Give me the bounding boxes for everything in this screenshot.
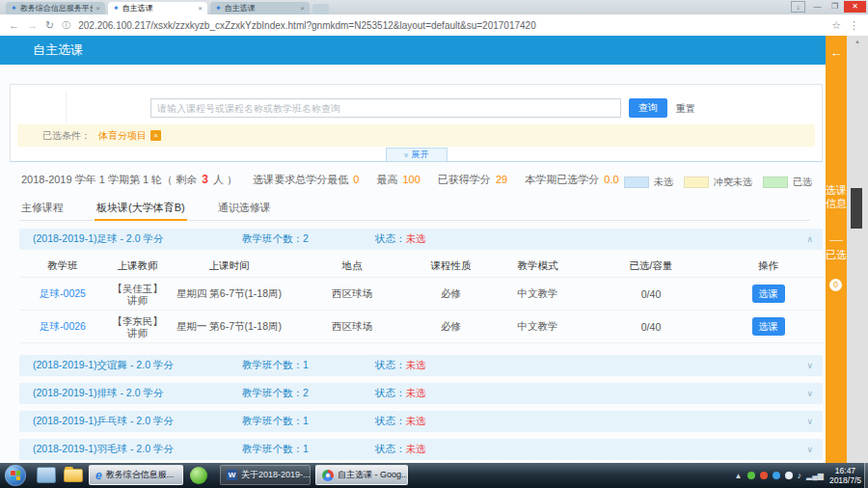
browser-tab-portal[interactable]: ✦ 教务综合信息服务平台 × [6, 2, 105, 14]
status-value: 未选 [406, 415, 426, 426]
scrollbar[interactable]: ▲ [847, 36, 868, 463]
minimize-button[interactable]: — [809, 1, 826, 13]
table-header-row: 教学班 上课教师 上课时间 地点 课程性质 教学模式 已选/容量 操作 [19, 256, 823, 278]
class-id-link[interactable]: 足球-0026 [19, 320, 106, 334]
refresh-icon[interactable]: ↻ [45, 19, 54, 32]
collapse-arrow-icon[interactable]: ← [826, 36, 847, 60]
chevron-down-icon[interactable]: ∨ [806, 445, 813, 454]
course-title: (2018-2019-1)乒乓球 - 2.0 学分 [33, 415, 221, 428]
chevron-down-icon[interactable]: ∨ [806, 417, 813, 426]
remaining-count: 3 [200, 173, 210, 186]
course-nature: 必修 [415, 287, 487, 301]
tab-close-icon[interactable]: × [300, 4, 305, 13]
bookmark-star-icon[interactable]: ☆ [831, 19, 841, 32]
course-title: (2018-2019-1)交谊舞 - 2.0 学分 [33, 359, 221, 372]
taskbar-task-chrome[interactable]: 自主选课 - Goog... [315, 465, 408, 485]
address-bar: ← → ↻ ⓘ 202.206.100.217/xsxk/zzxkyzb_cxZ… [0, 14, 868, 36]
select-course-button[interactable]: 选课 [752, 317, 785, 336]
tab-block-course-pe[interactable]: 板块课(大学体育B) [95, 197, 187, 221]
search-panel: 查询 重置 已选条件： 体育分项目 × ∨展开 [10, 84, 823, 162]
site-info-icon[interactable]: ⓘ [62, 19, 70, 32]
col-teacher: 上课教师 [106, 259, 169, 273]
status-label: 状态： [375, 443, 406, 454]
tab-close-icon[interactable]: × [198, 4, 203, 13]
legend-conflict-label: 冲突未选 [714, 176, 752, 189]
remaining-unit: 人 ） [213, 174, 237, 185]
selected-courses-label[interactable]: 已选 [826, 248, 847, 261]
expand-label: 展开 [412, 149, 429, 159]
show-desktop-button[interactable] [864, 463, 868, 488]
query-button[interactable]: 查询 [629, 98, 667, 118]
side-panel-title[interactable]: 选课信息 [826, 183, 847, 210]
scrollbar-thumb[interactable] [851, 188, 862, 229]
search-input[interactable] [150, 98, 621, 118]
course-section-football[interactable]: (2018-2019-1)足球 - 2.0 学分 教学班个数：2 状态：未选 ∧ [19, 229, 823, 250]
col-capacity: 已选/容量 [588, 259, 714, 273]
status-value: 未选 [406, 359, 426, 370]
scroll-up-icon[interactable]: ▲ [847, 36, 868, 44]
window-controls: ↓ — ❐ ✕ [791, 1, 866, 13]
tab-major-courses[interactable]: 主修课程 [19, 197, 66, 221]
chrome-icon [322, 470, 334, 481]
tab-general-elective[interactable]: 通识选修课 [216, 197, 273, 221]
select-course-button[interactable]: 选课 [752, 285, 785, 303]
class-id-link[interactable]: 足球-0025 [19, 287, 106, 301]
tray-expand-icon[interactable]: ▲ [735, 472, 743, 480]
taskbar-task-portal[interactable]: e 教务综合信息服... [89, 465, 183, 485]
course-section-volleyball[interactable]: (2018-2019-1)排球 - 2.0 学分 教学班个数：2 状态：未选 ∨ [19, 383, 823, 404]
tray-app-icon[interactable] [773, 472, 780, 479]
close-button[interactable]: ✕ [844, 1, 866, 13]
speaker-icon[interactable]: ♪ [798, 471, 802, 480]
browser-menu-icon[interactable]: ⋮ [849, 19, 859, 32]
reset-link[interactable]: 重置 [676, 102, 695, 116]
screen: ✦ 教务综合信息服务平台 × ✦ 自主选课 × ✦ 自主选课 × ↓ — ❐ ✕… [0, 0, 868, 488]
new-tab-button[interactable] [312, 4, 329, 14]
course-section-badminton[interactable]: (2018-2019-1)羽毛球 - 2.0 学分 教学班个数：1 状态：未选 … [19, 439, 823, 460]
browser-tab-zzxk-active[interactable]: ✦ 自主选课 × [108, 2, 207, 14]
term-season: 2018-2019 学年 1 学期第 1 轮（ 剩余 [21, 174, 197, 185]
folder-icon[interactable] [64, 469, 83, 482]
course-section-pingpong[interactable]: (2018-2019-1)乒乓球 - 2.0 学分 教学班个数：1 状态：未选 … [19, 411, 823, 432]
green-app-icon[interactable] [190, 467, 207, 484]
legend-unselected-label: 未选 [654, 176, 673, 189]
pinned-app-icon[interactable] [37, 467, 56, 483]
tray-app-icon[interactable] [785, 472, 793, 479]
taskbar-clock[interactable]: 16:47 2018/7/5 [829, 466, 861, 485]
divider [66, 91, 67, 123]
filter-tag: 体育分项目 [98, 129, 147, 143]
class-count-label: 教学班个数： [242, 443, 303, 454]
tab-close-icon[interactable]: × [95, 4, 100, 13]
forward-icon[interactable]: → [27, 19, 38, 31]
chevron-down-icon[interactable]: ∨ [806, 361, 813, 370]
maximize-button[interactable]: ❐ [827, 1, 843, 13]
class-count: 2 [303, 387, 309, 398]
status-value: 未选 [406, 232, 426, 244]
class-table: 教学班 上课教师 上课时间 地点 课程性质 教学模式 已选/容量 操作 足球-0… [19, 256, 823, 343]
download-icon[interactable]: ↓ [791, 1, 805, 13]
tray-app-icon[interactable] [760, 472, 768, 479]
course-title: (2018-2019-1)羽毛球 - 2.0 学分 [33, 443, 221, 456]
class-count: 1 [303, 359, 309, 370]
course-section-dance[interactable]: (2018-2019-1)交谊舞 - 2.0 学分 教学班个数：1 状态：未选 … [19, 355, 823, 376]
chevron-down-icon[interactable]: ∨ [806, 389, 813, 398]
back-icon[interactable]: ← [9, 19, 19, 31]
favicon-icon: ✦ [113, 4, 120, 13]
url-text[interactable]: 202.206.100.217/xsxk/zzxkyzb_cxZzxkYzbIn… [78, 20, 824, 31]
antivirus-icon[interactable] [747, 472, 755, 479]
start-button[interactable] [5, 465, 26, 486]
chevron-up-icon[interactable]: ∧ [806, 234, 813, 244]
browser-tab-zzxk-2[interactable]: ✦ 自主选课 × [210, 2, 310, 14]
col-place: 地点 [289, 259, 415, 273]
expand-button[interactable]: ∨展开 [386, 148, 448, 162]
credit-max: 100 [400, 174, 421, 185]
system-tray: ▲ ♪ ▂▄▆ [735, 463, 824, 488]
network-icon[interactable]: ▂▄▆ [806, 472, 824, 480]
page-title: 自主选课 [33, 42, 83, 57]
capacity: 0/40 [588, 321, 714, 333]
taskbar-task-document[interactable]: W 关于2018-2019-... [220, 465, 311, 485]
filter-tag-close-icon[interactable]: × [150, 130, 161, 141]
table-row: 足球-0026 【李东民】讲师 星期一 第6-7节(1-18周) 西区球场 必修… [19, 311, 823, 343]
teacher-title: 讲师 [106, 327, 169, 339]
clock-time: 16:47 [829, 466, 861, 475]
status-label: 状态： [375, 232, 406, 244]
